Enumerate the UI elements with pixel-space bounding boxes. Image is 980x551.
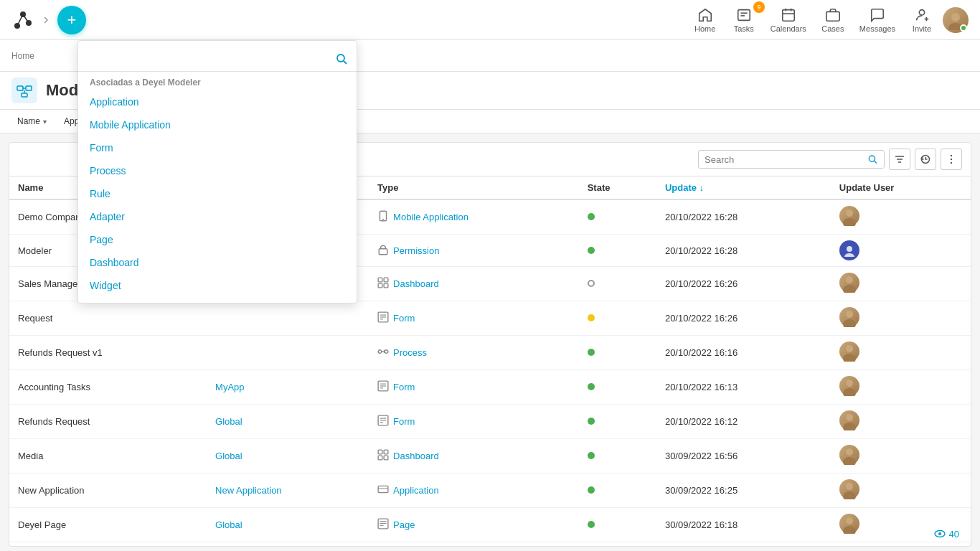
nav-messages-button[interactable]: Messages xyxy=(854,4,901,36)
user-avatar-photo xyxy=(839,445,859,465)
col-update[interactable]: Update ↓ xyxy=(656,176,831,199)
cell-update-user xyxy=(831,474,971,508)
online-status-dot xyxy=(960,24,967,32)
svg-point-66 xyxy=(846,414,853,421)
history-icon-btn[interactable] xyxy=(915,149,936,170)
svg-point-55 xyxy=(843,354,856,362)
type-label[interactable]: Form xyxy=(393,416,415,427)
svg-rect-19 xyxy=(26,86,32,90)
dropdown-item[interactable]: Page xyxy=(78,228,357,251)
filter-name[interactable]: Name ▾ xyxy=(11,114,52,128)
app-title-icon xyxy=(11,77,37,103)
cell-type: Form xyxy=(369,370,579,405)
cell-application xyxy=(207,301,369,336)
user-avatar-photo xyxy=(839,206,859,226)
cell-update: 20/10/2022 16:26 xyxy=(656,301,831,336)
dashboard-icon xyxy=(377,449,389,463)
type-label[interactable]: Process xyxy=(393,347,427,358)
cell-state xyxy=(579,336,656,370)
cell-type: Dashboard xyxy=(369,267,579,301)
user-avatar-wrapper[interactable] xyxy=(943,7,969,33)
add-dropdown: Asociadas a Deyel Modeler ApplicationMob… xyxy=(77,40,357,303)
col-type[interactable]: Type xyxy=(369,176,579,199)
svg-point-13 xyxy=(919,9,924,14)
filter-icon-btn[interactable] xyxy=(889,149,910,170)
dropdown-item[interactable]: Mobile Application xyxy=(78,113,357,136)
col-state[interactable]: State xyxy=(579,176,656,199)
mobile-icon xyxy=(377,210,389,224)
svg-point-16 xyxy=(951,13,960,22)
svg-point-50 xyxy=(843,319,856,327)
type-label[interactable]: Application xyxy=(393,485,439,496)
type-label[interactable]: Form xyxy=(393,382,415,392)
dropdown-item[interactable]: Application xyxy=(78,90,357,113)
dropdown-item[interactable]: Widget xyxy=(78,274,357,297)
sort-icon: ↓ xyxy=(699,182,705,193)
application-icon xyxy=(377,484,389,497)
dropdown-search-input[interactable] xyxy=(87,53,329,65)
eye-icon xyxy=(933,527,946,540)
dropdown-item[interactable]: Rule xyxy=(78,182,357,205)
cell-state xyxy=(579,199,656,235)
type-label[interactable]: Permission xyxy=(393,245,439,256)
svg-rect-74 xyxy=(378,486,388,492)
cell-update: 20/10/2022 16:28 xyxy=(656,235,831,267)
application-link[interactable]: Global xyxy=(215,519,242,530)
dropdown-item[interactable]: Adapter xyxy=(78,205,357,228)
more-icon-btn[interactable] xyxy=(941,149,962,170)
application-link[interactable]: Global xyxy=(215,416,242,427)
svg-point-60 xyxy=(846,380,853,387)
cell-update: 20/10/2022 16:16 xyxy=(656,336,831,370)
svg-rect-70 xyxy=(378,456,382,460)
cell-update-user xyxy=(831,336,971,370)
cell-state xyxy=(579,474,656,508)
cell-update: 30/09/2022 16:56 xyxy=(656,439,831,474)
svg-rect-71 xyxy=(384,456,388,460)
nav-cases-button[interactable]: Cases xyxy=(815,4,851,36)
nav-tasks-button[interactable]: Tasks 9 xyxy=(726,4,762,36)
svg-point-29 xyxy=(951,155,952,156)
nav-calendars-button[interactable]: Calendars xyxy=(765,4,812,36)
logo-icon xyxy=(11,9,34,32)
tasks-badge: 9 xyxy=(753,1,765,13)
svg-line-87 xyxy=(344,61,347,64)
dropdown-item[interactable]: Dashboard xyxy=(78,251,357,274)
cell-type: Permission xyxy=(369,235,579,267)
svg-point-35 xyxy=(843,218,856,226)
type-label[interactable]: Form xyxy=(393,313,415,324)
cell-name: New Application xyxy=(9,474,207,508)
add-new-button[interactable]: + xyxy=(57,6,86,34)
cell-application xyxy=(207,336,369,370)
application-link[interactable]: Global xyxy=(215,451,242,461)
application-link[interactable]: New Application xyxy=(215,485,282,496)
svg-rect-12 xyxy=(826,11,839,21)
application-link[interactable]: MyApp xyxy=(215,382,244,392)
search-box[interactable] xyxy=(698,150,885,169)
dropdown-section-label: Asociadas a Deyel Modeler xyxy=(78,72,357,90)
status-dot-empty xyxy=(588,280,595,287)
svg-rect-39 xyxy=(378,278,382,282)
user-avatar-photo xyxy=(839,410,859,430)
type-label[interactable]: Page xyxy=(393,519,415,530)
cell-state xyxy=(579,405,656,439)
type-label[interactable]: Dashboard xyxy=(393,451,439,461)
nav-invite-button[interactable]: Invite xyxy=(904,4,940,36)
cell-application: New Application xyxy=(207,474,369,508)
dropdown-items-list: ApplicationMobile ApplicationFormProcess… xyxy=(78,90,357,297)
cell-application: MyApp xyxy=(207,370,369,405)
breadcrumb-home[interactable]: Home xyxy=(11,51,34,61)
cell-type: Mobile Application xyxy=(369,199,579,235)
svg-point-44 xyxy=(843,285,856,293)
col-update-user[interactable]: Update User xyxy=(831,176,971,199)
search-input[interactable] xyxy=(705,154,863,165)
dropdown-item[interactable]: Form xyxy=(78,136,357,159)
nav-home-button[interactable]: Home xyxy=(687,4,723,36)
dropdown-item[interactable]: Process xyxy=(78,159,357,182)
svg-point-31 xyxy=(951,162,952,164)
svg-line-24 xyxy=(875,161,877,163)
form-icon xyxy=(377,380,389,394)
type-label[interactable]: Dashboard xyxy=(393,278,439,289)
svg-rect-68 xyxy=(378,450,382,454)
cell-name: Media xyxy=(9,439,207,474)
type-label[interactable]: Mobile Application xyxy=(393,212,468,222)
